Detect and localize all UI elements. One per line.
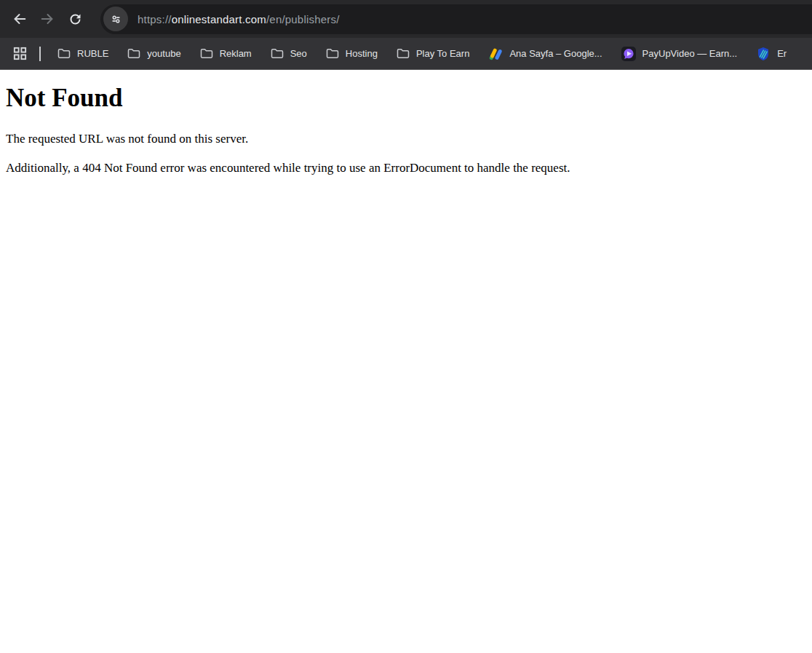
bookmark-folder-seo[interactable]: Seo <box>261 44 317 63</box>
site-info-button[interactable] <box>103 7 128 31</box>
folder-icon <box>397 48 410 59</box>
bookmark-ana-sayfa-google[interactable]: Ana Sayfa – Google... <box>479 42 611 66</box>
apps-grid-icon <box>12 46 28 61</box>
bookmark-label: youtube <box>147 48 180 59</box>
bookmark-folder-youtube[interactable]: youtube <box>118 44 190 63</box>
not-found-page: Not Found The requested URL was not foun… <box>0 84 812 653</box>
folder-icon <box>271 48 284 59</box>
folder-icon <box>326 48 339 59</box>
error-paragraph-2: Additionally, a 404 Not Found error was … <box>6 161 806 175</box>
browser-toolbar: https://onlinestandart.com/en/publishers… <box>0 0 812 38</box>
forward-icon <box>39 11 55 27</box>
error-paragraph-1: The requested URL was not found on this … <box>6 132 806 146</box>
bookmarks-bar: RUBLE youtube Reklam Seo Hosting Play To… <box>0 38 812 70</box>
bookmark-payupvideo[interactable]: PayUpVideo — Earn... <box>612 42 747 66</box>
bookmark-folder-play-to-earn[interactable]: Play To Earn <box>387 44 479 63</box>
folder-icon <box>200 48 213 59</box>
back-button[interactable] <box>6 5 33 33</box>
address-bar[interactable]: https://onlinestandart.com/en/publishers… <box>100 4 812 34</box>
bookmark-folder-hosting[interactable]: Hosting <box>317 44 387 63</box>
bookmark-label: Hosting <box>346 48 378 59</box>
payupvideo-icon <box>621 47 636 61</box>
bookmark-folder-ruble[interactable]: RUBLE <box>48 44 118 63</box>
bookmark-label: Ana Sayfa – Google... <box>509 48 602 59</box>
blue-shield-icon <box>756 47 771 61</box>
bookmark-label: RUBLE <box>77 48 108 59</box>
page-title: Not Found <box>6 84 806 113</box>
reload-icon <box>68 12 83 27</box>
forward-button[interactable] <box>33 5 61 33</box>
bookmark-er-truncated[interactable]: Er <box>747 42 796 66</box>
bookmark-folder-reklam[interactable]: Reklam <box>191 44 261 63</box>
bookmark-label: Reklam <box>220 48 252 59</box>
url-path: /en/publishers/ <box>266 13 340 25</box>
apps-grid-button[interactable] <box>9 43 31 65</box>
bookmark-label: Play To Earn <box>416 48 469 59</box>
reload-button[interactable] <box>61 5 89 33</box>
url-text: https://onlinestandart.com/en/publishers… <box>138 13 340 25</box>
google-adsense-icon <box>488 47 503 61</box>
url-domain: onlinestandart.com <box>172 13 266 25</box>
bookmarks-divider <box>39 47 41 61</box>
bookmark-label: Seo <box>290 48 307 59</box>
tune-icon <box>109 12 123 26</box>
folder-icon <box>57 48 71 59</box>
bookmark-label: PayUpVideo — Earn... <box>642 48 738 59</box>
url-scheme: https:// <box>138 13 172 25</box>
folder-icon <box>127 48 140 59</box>
back-icon <box>12 11 28 27</box>
bookmark-label: Er <box>777 48 787 59</box>
